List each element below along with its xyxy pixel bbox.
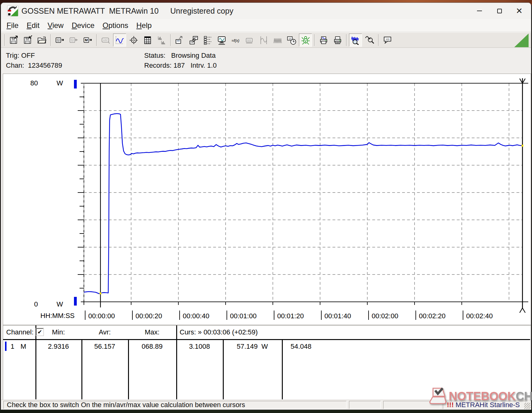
read-device-icon[interactable]: 321: [53, 34, 66, 47]
toolbar-separator: [96, 34, 97, 46]
toolbar-group: [317, 34, 344, 47]
cursor-2-intersection-marker: [521, 145, 523, 147]
header-channel: Channel:: [6, 327, 34, 338]
acquisition-status: Status: Browsing Data: [144, 51, 216, 60]
annotation-icon[interactable]: 123: [381, 34, 394, 47]
header-avr: Avr:: [81, 327, 128, 338]
toolbar-separator: [346, 34, 347, 46]
send-device-icon: 321: [67, 34, 80, 47]
header-cursor-info: Curs: » 00:03:06 (+02:59): [180, 327, 258, 338]
svg-text:321: 321: [71, 38, 74, 40]
toolbar-separator: [170, 34, 171, 46]
titlebar-brand: GOSSEN METRAWATT: [21, 3, 105, 19]
x-tick-label: 00:02:00: [372, 312, 398, 320]
cell-avr: 56.157: [81, 341, 128, 352]
infobar: Trig: OFF Chan: 123456789 Status: Browsi…: [1, 48, 531, 74]
menu-options[interactable]: Options: [103, 21, 128, 30]
titlebar-license: Unregistered copy: [170, 3, 233, 19]
toolbar-separator: [4, 34, 5, 46]
header-max: Max:: [128, 327, 176, 338]
titlebar: GOSSEN METRAWATT METRAwin 10 Unregistere…: [1, 3, 531, 19]
print-icon[interactable]: [331, 34, 344, 47]
formula-icon[interactable]: =f(x): [229, 34, 242, 47]
menubar: File Edit View Device Options Help: [1, 19, 531, 32]
export-data-icon[interactable]: [173, 34, 186, 47]
toolbar-separator: [314, 34, 315, 46]
menu-edit[interactable]: Edit: [27, 21, 39, 30]
measurement-table: Channel: ✔ Min: Avr: Max: Curs: » 00:03:…: [3, 325, 531, 400]
statusbar: Check the box to switch On the min/avr/m…: [1, 400, 531, 410]
menu-view[interactable]: View: [48, 21, 64, 30]
cell-channel-no: 1: [11, 341, 14, 352]
power-chart[interactable]: 80 W 0 W HH:MM:SS 00:00:0000:00:2000:00:…: [3, 74, 530, 324]
table-view-icon[interactable]: [141, 34, 154, 47]
device-transfer-icon[interactable]: [187, 34, 200, 47]
resize-grip[interactable]: [524, 403, 530, 409]
x-tick-label: 00:01:00: [230, 312, 257, 320]
cell-cursor1-value: 3.1008: [176, 341, 223, 352]
menu-file[interactable]: File: [7, 21, 19, 30]
power-trace: [84, 114, 522, 294]
zoom-out-wave-icon[interactable]: [363, 34, 376, 47]
toolbar: 321321M1257=f(x)32112123: [1, 32, 531, 48]
open-file-icon[interactable]: [35, 34, 48, 47]
save-export-file-icon[interactable]: [7, 34, 20, 47]
live-record-icon[interactable]: [299, 34, 312, 47]
chart-panel: 80 W 0 W HH:MM:SS 00:00:0000:00:2000:00:…: [3, 74, 531, 325]
titlebar-app-name: METRAwin 10: [109, 3, 158, 19]
interval-clock-icon[interactable]: 12: [285, 34, 298, 47]
save-import-file-icon[interactable]: [21, 34, 34, 47]
channel-1-color-marker: [5, 342, 7, 351]
table-header-divider: [3, 339, 530, 340]
toolbar-group: 1257: [99, 34, 168, 47]
statusbar-panel-2: [349, 401, 381, 409]
table-separator: [176, 325, 177, 399]
corner-green-triangle-icon: [514, 34, 529, 47]
window-controls: ✕: [470, 3, 529, 19]
read-memory-icon[interactable]: M: [81, 34, 94, 47]
statusbar-hint: Check the box to switch On the min/avr/m…: [3, 401, 346, 409]
y-axis-ticks: [78, 97, 84, 288]
monitor-view-icon[interactable]: [215, 34, 228, 47]
maximize-icon: [497, 9, 502, 13]
channel-list-icon[interactable]: [201, 34, 214, 47]
minimize-button[interactable]: [470, 3, 489, 19]
toolbar-group: 123: [381, 34, 394, 47]
print-preview-icon[interactable]: [317, 34, 330, 47]
records-info: Records: 187 Intrv. 1.0: [144, 61, 217, 70]
maximize-button[interactable]: [489, 3, 509, 19]
device-alert: !!!: [447, 401, 454, 409]
statusbar-panel-3: [383, 401, 440, 409]
cell-max: 068.89: [128, 341, 176, 352]
toolbar-separator: [50, 34, 51, 46]
svg-text:M: M: [85, 38, 88, 42]
menu-device[interactable]: Device: [72, 21, 94, 30]
svg-text:=f(x): =f(x): [232, 38, 239, 43]
svg-text:321: 321: [57, 38, 60, 40]
device-name: METRAHit Starline-S: [454, 401, 520, 409]
svg-text:1257: 1257: [103, 39, 108, 42]
toolbar-separator: [378, 34, 379, 46]
zoom-in-wave-icon[interactable]: [349, 34, 362, 47]
toolbar-group: [349, 34, 376, 47]
xy-chart-icon[interactable]: [127, 34, 140, 47]
close-button[interactable]: ✕: [509, 3, 529, 19]
header-min: Min:: [35, 327, 81, 338]
x-tick-label: 00:00:40: [183, 312, 209, 320]
toolbar-group: 321321M: [53, 34, 94, 47]
numeric-display-icon: 1257: [99, 34, 112, 47]
menu-help[interactable]: Help: [136, 21, 152, 30]
y-max-marker: [74, 80, 77, 88]
device-display-icon: 321: [243, 34, 256, 47]
toolbar-groups: 321321M1257=f(x)32112123: [2, 34, 394, 47]
channel-info: Chan: 123456789: [6, 61, 62, 70]
trigger-status: Trig: OFF: [6, 51, 35, 60]
y-min-label: 0: [34, 300, 38, 308]
yt-chart-icon[interactable]: [113, 34, 126, 47]
svg-text:123: 123: [385, 38, 389, 40]
svg-text:12: 12: [288, 37, 291, 40]
toolbar-group: =f(x)32112: [173, 34, 312, 47]
x-tick-labels: 00:00:0000:00:2000:00:4000:01:0000:01:20…: [88, 312, 493, 320]
x-tick-label: 00:02:40: [466, 312, 493, 320]
svg-text:321: 321: [247, 39, 251, 42]
